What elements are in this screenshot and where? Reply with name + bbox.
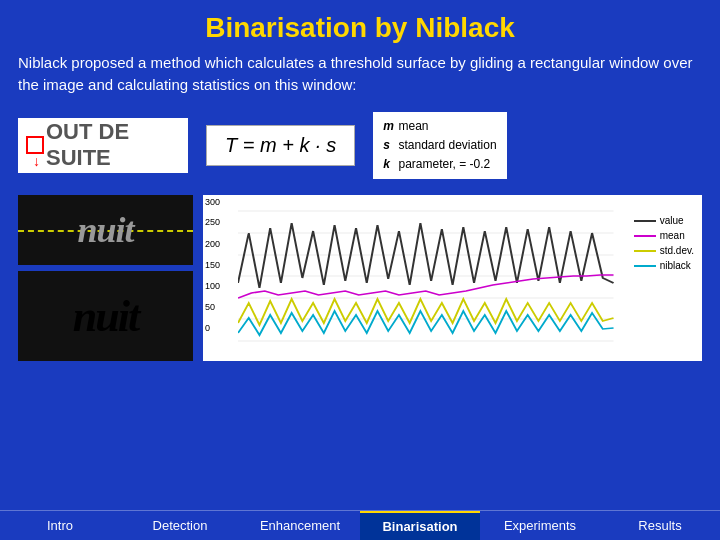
- legend-k: k parameter, = -0.2: [383, 155, 496, 174]
- nav-results[interactable]: Results: [600, 511, 720, 541]
- binarized-nuit-text: nuit: [73, 291, 138, 342]
- formula-legend: m mean s standard deviation k parameter,…: [373, 112, 506, 180]
- grayscale-nuit-image: nuit: [18, 195, 193, 265]
- legend-value-label: value: [660, 215, 684, 226]
- legend-niblack-line: [634, 265, 656, 267]
- legend-mean-line: [634, 235, 656, 237]
- formula-row: OUT DE SUITE ↓ T = m + k · s m mean s st…: [0, 106, 720, 186]
- y-label-150: 150: [205, 260, 220, 270]
- nav-binarisation[interactable]: Binarisation: [360, 511, 480, 541]
- red-selection-box: [26, 136, 44, 154]
- image-chart-row: nuit nuit 300 250 200 150 100 50 0: [0, 185, 720, 367]
- y-label-100: 100: [205, 281, 220, 291]
- legend-s: s standard deviation: [383, 136, 496, 155]
- intro-paragraph: Niblack proposed a method which calculat…: [0, 52, 720, 106]
- legend-niblack: niblack: [634, 260, 694, 271]
- legend-mean: mean: [634, 230, 694, 241]
- legend-stddev: std.dev.: [634, 245, 694, 256]
- nav-experiments[interactable]: Experiments: [480, 511, 600, 541]
- y-label-50: 50: [205, 302, 215, 312]
- legend-m: m mean: [383, 117, 496, 136]
- nav-enhancement[interactable]: Enhancement: [240, 511, 360, 541]
- nav-intro[interactable]: Intro: [0, 511, 120, 541]
- y-label-200: 200: [205, 239, 220, 249]
- legend-value: value: [634, 215, 694, 226]
- threshold-chart: 300 250 200 150 100 50 0: [203, 195, 702, 361]
- grayscale-nuit-text: nuit: [77, 209, 133, 251]
- y-label-0: 0: [205, 323, 210, 333]
- formula-display: T = m + k · s: [206, 125, 355, 166]
- sample-image: OUT DE SUITE ↓: [18, 118, 188, 173]
- legend-stddev-label: std.dev.: [660, 245, 694, 256]
- binarized-nuit-image: nuit: [18, 271, 193, 361]
- chart-svg: [238, 203, 694, 348]
- legend-mean-label: mean: [660, 230, 685, 241]
- nav-bar: Intro Detection Enhancement Binarisation…: [0, 510, 720, 540]
- legend-value-line: [634, 220, 656, 222]
- legend-stddev-line: [634, 250, 656, 252]
- y-label-250: 250: [205, 217, 220, 227]
- page-title: Binarisation by Niblack: [0, 0, 720, 52]
- red-arrow-icon: ↓: [33, 153, 40, 169]
- left-images: nuit nuit: [18, 195, 193, 361]
- chart-legend: value mean std.dev. niblack: [634, 215, 694, 271]
- y-label-300: 300: [205, 197, 220, 207]
- nav-detection[interactable]: Detection: [120, 511, 240, 541]
- legend-niblack-label: niblack: [660, 260, 691, 271]
